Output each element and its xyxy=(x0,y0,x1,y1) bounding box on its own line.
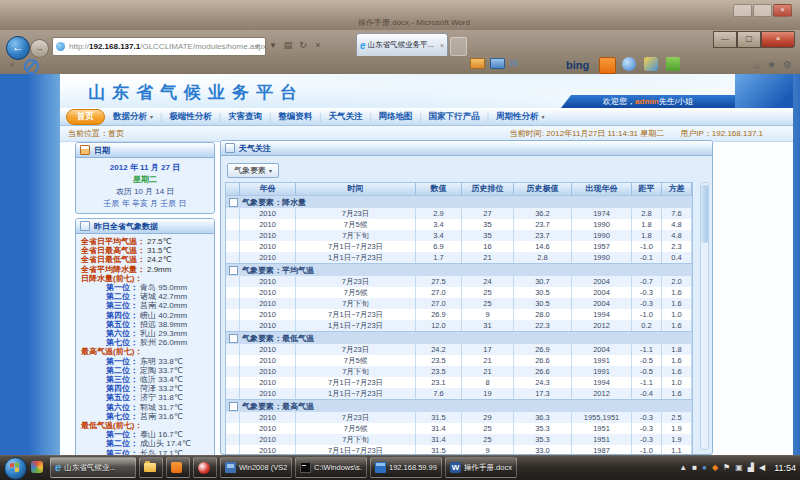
table-row[interactable]: 20107月23日2.92736.219742.87.6 xyxy=(226,208,692,219)
table-row[interactable]: 20107月下旬31.42535.31951-0.31.9 xyxy=(226,434,692,445)
table-row[interactable]: 20107月23日24.21726.92004-1.11.8 xyxy=(226,344,692,355)
new-tab-button[interactable] xyxy=(450,37,467,56)
taskbar-window-cmd[interactable]: C:\Windows\s... xyxy=(295,457,367,478)
expand-checkbox-icon[interactable] xyxy=(229,402,238,411)
taskbar-window-orange[interactable] xyxy=(166,457,190,478)
table-row[interactable]: 20107月下旬3.43523.719901.84.8 xyxy=(226,230,692,241)
taskbar-window-folder[interactable] xyxy=(139,457,163,478)
table-row[interactable]: 20107月23日31.52936.31955,1951-0.32.5 xyxy=(226,412,692,423)
card-icon[interactable] xyxy=(490,58,505,69)
taskbar-window-rdp[interactable]: 192.168.59.99... xyxy=(370,457,442,478)
display-icon[interactable]: ▣ xyxy=(735,463,743,473)
table-cell: 26.9 xyxy=(416,309,462,320)
table-row[interactable]: 20107月下旬23.52126.61991-0.51.6 xyxy=(226,366,692,377)
taskbar-window-word[interactable]: W操作手册.docx .. xyxy=(445,457,517,478)
table-row[interactable]: 20107月下旬27.02530.52004-0.31.6 xyxy=(226,298,692,309)
card-icon[interactable] xyxy=(470,58,485,69)
nav-item-1[interactable]: 数据分析▾ xyxy=(113,111,153,123)
favorites-star-icon[interactable]: ★ xyxy=(767,59,776,70)
row-checkbox-cell xyxy=(226,230,240,241)
table-cell: 2010 xyxy=(240,208,296,219)
taskbar-window-media[interactable] xyxy=(193,457,217,478)
refresh-icon[interactable]: ↻ xyxy=(297,39,309,52)
back-button[interactable]: ← xyxy=(6,36,30,60)
forward-button[interactable]: → xyxy=(30,39,49,58)
nav-item-7[interactable]: 国家下行产品 xyxy=(429,111,480,123)
element-filter-button[interactable]: 气象要素▾ xyxy=(227,163,279,178)
table-row[interactable]: 20107月5候27.02530.52004-0.31.6 xyxy=(226,287,692,298)
flag-icon[interactable]: ⚑ xyxy=(723,463,730,473)
stop-icon[interactable]: × xyxy=(312,39,324,52)
address-bar[interactable]: http://192.168.137.1/GLCCLIMATE/modules/… xyxy=(52,37,266,56)
table-row[interactable]: 20107月1日~7月23日26.9928.01994-1.01.0 xyxy=(226,309,692,320)
expand-checkbox-icon[interactable] xyxy=(229,266,238,275)
volume-icon[interactable]: ◀ xyxy=(759,463,765,473)
taskbar-window-vm[interactable]: Win2008 (VS2... xyxy=(220,457,292,478)
table-scrollbar[interactable] xyxy=(700,182,709,450)
home-icon[interactable]: ⌂ xyxy=(754,59,760,70)
table-cell: 25 xyxy=(462,287,514,298)
messenger-icon[interactable] xyxy=(622,57,636,71)
start-button[interactable] xyxy=(4,457,27,480)
table-row[interactable]: 20107月1日~7月23日31.5933.01987-1.01.1 xyxy=(226,445,692,455)
nav-item-home[interactable]: 首页 xyxy=(66,109,105,125)
toolbar-app-icons xyxy=(622,57,680,71)
browser-tab[interactable]: e 山东省气候业务平... × xyxy=(356,33,448,56)
expand-checkbox-icon[interactable] xyxy=(229,198,238,207)
table-group-header[interactable]: 气象要素：降水量 xyxy=(226,195,692,208)
weather-rank-line: 第四位：菏泽 33.2℃ xyxy=(76,384,214,393)
table-row[interactable]: 20107月5候31.42535.31951-0.31.9 xyxy=(226,423,692,434)
network-icon[interactable]: ▟ xyxy=(748,463,754,473)
table-row[interactable]: 20101月1日~7月23日1.7212.81990-0.10.4 xyxy=(226,252,692,263)
expand-checkbox-icon[interactable] xyxy=(229,334,238,343)
nav-item-2[interactable]: 极端性分析 xyxy=(169,111,212,123)
nav-item-4[interactable]: 整编资料 xyxy=(278,111,312,123)
table-row[interactable]: 20107月1日~7月23日23.1824.31994-1.11.0 xyxy=(226,377,692,388)
bg-maximize-button[interactable] xyxy=(753,4,772,17)
nav-item-5[interactable]: 天气关注 xyxy=(328,111,362,123)
table-row[interactable]: 20107月1日~7月23日6.91614.61957-1.02.3 xyxy=(226,241,692,252)
close-sidebar-icon[interactable]: × xyxy=(10,60,15,69)
maximize-button[interactable]: ▢ xyxy=(737,31,761,48)
nav-item-6[interactable]: 网络地图 xyxy=(379,111,413,123)
bg-minimize-button[interactable] xyxy=(733,4,752,17)
table-row[interactable]: 20107月5候23.52126.61991-0.51.6 xyxy=(226,355,692,366)
weather-section-title: 日降水量(前七)： xyxy=(76,274,214,283)
table-group-header[interactable]: 气象要素：最高气温 xyxy=(226,399,692,412)
pinned-app-icon[interactable] xyxy=(31,461,43,473)
table-cell: 1.1 xyxy=(662,445,692,455)
program-icon[interactable]: ■ xyxy=(692,463,697,473)
app-icon[interactable] xyxy=(644,57,658,71)
table-row[interactable]: 20107月23日27.52430.72004-0.72.0 xyxy=(226,276,692,287)
nav-item-8[interactable]: 周期性分析▾ xyxy=(496,111,545,123)
bg-close-button[interactable]: × xyxy=(773,4,792,17)
more-icon[interactable]: ••• xyxy=(789,66,796,73)
addon-icon[interactable] xyxy=(599,57,616,74)
nav-item-3[interactable]: 灾害查询 xyxy=(228,111,262,123)
hidden-icons-arrow[interactable]: ▲ xyxy=(679,463,687,473)
flame-icon[interactable]: ◆ xyxy=(712,463,718,473)
search-icon[interactable]: ⌕ xyxy=(252,39,264,52)
table-group-header[interactable]: 气象要素：平均气温 xyxy=(226,263,692,276)
tray-clock[interactable]: 11:54 xyxy=(774,463,796,473)
bluetooth-icon[interactable]: ● xyxy=(702,463,707,473)
table-row[interactable]: 20101月1日~7月23日12.03122.320120.21.6 xyxy=(226,320,692,331)
bing-logo[interactable]: bing xyxy=(566,59,589,71)
mail-icon[interactable]: ✉ xyxy=(510,58,518,69)
table-cell: 25 xyxy=(462,434,514,445)
page-icon[interactable]: ▤ xyxy=(282,39,294,52)
dropdown-icon[interactable]: ▾ xyxy=(267,39,279,52)
tab-close-icon[interactable]: × xyxy=(440,42,444,49)
table-cell: 23.5 xyxy=(416,366,462,377)
rank-value: 莒南 42.0mm xyxy=(140,301,187,310)
column-header: 距平 xyxy=(632,183,662,195)
table-group-header[interactable]: 气象要素：最低气温 xyxy=(226,331,692,344)
taskbar-window-ie[interactable]: e山东省气候业... xyxy=(50,457,136,478)
table-row[interactable]: 20101月1日~7月23日7.61917.32012-0.41.6 xyxy=(226,388,692,399)
scrollbar-thumb[interactable] xyxy=(701,185,708,243)
table-cell: 7月1日~7月23日 xyxy=(296,377,416,388)
table-row[interactable]: 20107月5候3.43523.719901.84.8 xyxy=(226,219,692,230)
plugin-icon[interactable] xyxy=(666,57,680,71)
close-button[interactable]: × xyxy=(761,31,795,48)
minimize-button[interactable]: — xyxy=(713,31,737,48)
